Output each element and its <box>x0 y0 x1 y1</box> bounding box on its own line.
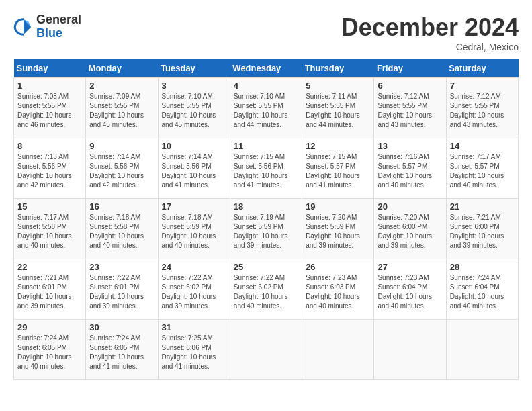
logo-icon <box>13 17 34 37</box>
day-number: 4 <box>234 81 298 91</box>
logo-general: General <box>36 13 81 27</box>
day-number: 10 <box>162 141 226 151</box>
day-info: Sunrise: 7:15 AMSunset: 5:57 PMDaylight:… <box>306 152 370 190</box>
header-thursday: Thursday <box>302 59 374 78</box>
day-number: 30 <box>89 322 154 332</box>
title-area: December 2024 Cedral, Mexico <box>341 13 519 52</box>
calendar-day: 30Sunrise: 7:24 AMSunset: 6:05 PMDayligh… <box>86 320 158 380</box>
calendar-day: 5Sunrise: 7:11 AMSunset: 5:55 PMDaylight… <box>302 78 374 138</box>
day-number: 29 <box>17 322 82 332</box>
day-number: 23 <box>89 262 154 272</box>
day-number: 28 <box>450 262 515 272</box>
day-number: 19 <box>306 201 370 212</box>
day-info: Sunrise: 7:11 AMSunset: 5:55 PMDaylight:… <box>306 92 370 130</box>
day-number: 24 <box>162 262 226 272</box>
calendar-row: 8Sunrise: 7:13 AMSunset: 5:56 PMDaylight… <box>14 138 519 199</box>
day-number: 13 <box>378 141 442 151</box>
day-info: Sunrise: 7:23 AMSunset: 6:04 PMDaylight:… <box>378 273 442 311</box>
day-number: 12 <box>306 141 370 151</box>
logo: General Blue <box>13 13 81 40</box>
day-info: Sunrise: 7:15 AMSunset: 5:56 PMDaylight:… <box>234 152 298 190</box>
calendar-day: 23Sunrise: 7:22 AMSunset: 6:01 PMDayligh… <box>86 259 158 320</box>
calendar-day <box>374 320 446 380</box>
calendar-day: 11Sunrise: 7:15 AMSunset: 5:56 PMDayligh… <box>230 138 302 199</box>
day-info: Sunrise: 7:14 AMSunset: 5:56 PMDaylight:… <box>89 152 154 190</box>
calendar-day: 26Sunrise: 7:23 AMSunset: 6:03 PMDayligh… <box>302 259 374 320</box>
page-header: General Blue December 2024 Cedral, Mexic… <box>13 13 519 52</box>
calendar-day: 18Sunrise: 7:19 AMSunset: 5:59 PMDayligh… <box>230 199 302 259</box>
calendar-day: 25Sunrise: 7:22 AMSunset: 6:02 PMDayligh… <box>230 259 302 320</box>
calendar-day: 21Sunrise: 7:21 AMSunset: 6:00 PMDayligh… <box>446 199 518 259</box>
calendar-day: 29Sunrise: 7:24 AMSunset: 6:05 PMDayligh… <box>14 320 86 380</box>
day-number: 27 <box>378 262 442 272</box>
calendar-day: 7Sunrise: 7:12 AMSunset: 5:55 PMDaylight… <box>446 78 518 138</box>
day-info: Sunrise: 7:23 AMSunset: 6:03 PMDaylight:… <box>306 273 370 311</box>
calendar-day: 27Sunrise: 7:23 AMSunset: 6:04 PMDayligh… <box>374 259 446 320</box>
calendar-table: Sunday Monday Tuesday Wednesday Thursday… <box>13 59 519 380</box>
calendar-day: 2Sunrise: 7:09 AMSunset: 5:55 PMDaylight… <box>86 78 158 138</box>
calendar-row: 15Sunrise: 7:17 AMSunset: 5:58 PMDayligh… <box>14 199 519 259</box>
logo-blue: Blue <box>36 27 81 40</box>
day-info: Sunrise: 7:25 AMSunset: 6:06 PMDaylight:… <box>162 334 226 371</box>
header-wednesday: Wednesday <box>230 59 302 78</box>
day-number: 1 <box>17 81 82 91</box>
month-title: December 2024 <box>341 13 519 42</box>
day-info: Sunrise: 7:24 AMSunset: 6:05 PMDaylight:… <box>89 334 154 371</box>
calendar-day: 16Sunrise: 7:18 AMSunset: 5:58 PMDayligh… <box>86 199 158 259</box>
day-number: 6 <box>378 81 442 91</box>
day-number: 18 <box>234 201 298 212</box>
calendar-day: 1Sunrise: 7:08 AMSunset: 5:55 PMDaylight… <box>14 78 86 138</box>
day-info: Sunrise: 7:17 AMSunset: 5:58 PMDaylight:… <box>17 213 82 250</box>
calendar-day <box>446 320 518 380</box>
calendar-day: 14Sunrise: 7:17 AMSunset: 5:57 PMDayligh… <box>446 138 518 199</box>
calendar-day: 22Sunrise: 7:21 AMSunset: 6:01 PMDayligh… <box>14 259 86 320</box>
day-info: Sunrise: 7:10 AMSunset: 5:55 PMDaylight:… <box>162 92 226 130</box>
header-sunday: Sunday <box>14 59 86 78</box>
header-monday: Monday <box>86 59 158 78</box>
day-info: Sunrise: 7:19 AMSunset: 5:59 PMDaylight:… <box>234 213 298 250</box>
day-number: 25 <box>234 262 298 272</box>
day-number: 15 <box>17 201 82 212</box>
day-info: Sunrise: 7:12 AMSunset: 5:55 PMDaylight:… <box>378 92 442 130</box>
calendar-day: 17Sunrise: 7:18 AMSunset: 5:59 PMDayligh… <box>158 199 230 259</box>
day-info: Sunrise: 7:14 AMSunset: 5:56 PMDaylight:… <box>162 152 226 190</box>
day-info: Sunrise: 7:22 AMSunset: 6:01 PMDaylight:… <box>89 273 154 311</box>
calendar-row: 22Sunrise: 7:21 AMSunset: 6:01 PMDayligh… <box>14 259 519 320</box>
calendar-day: 8Sunrise: 7:13 AMSunset: 5:56 PMDaylight… <box>14 138 86 199</box>
day-number: 5 <box>306 81 370 91</box>
calendar-day: 3Sunrise: 7:10 AMSunset: 5:55 PMDaylight… <box>158 78 230 138</box>
header-tuesday: Tuesday <box>158 59 230 78</box>
day-info: Sunrise: 7:09 AMSunset: 5:55 PMDaylight:… <box>89 92 154 130</box>
day-number: 8 <box>17 141 82 151</box>
day-info: Sunrise: 7:18 AMSunset: 5:58 PMDaylight:… <box>89 213 154 250</box>
day-number: 20 <box>378 201 442 212</box>
day-info: Sunrise: 7:10 AMSunset: 5:55 PMDaylight:… <box>234 92 298 130</box>
day-info: Sunrise: 7:22 AMSunset: 6:02 PMDaylight:… <box>162 273 226 311</box>
calendar-day: 28Sunrise: 7:24 AMSunset: 6:04 PMDayligh… <box>446 259 518 320</box>
location: Cedral, Mexico <box>341 42 519 52</box>
day-number: 9 <box>89 141 154 151</box>
day-info: Sunrise: 7:21 AMSunset: 6:01 PMDaylight:… <box>17 273 82 311</box>
day-info: Sunrise: 7:24 AMSunset: 6:04 PMDaylight:… <box>450 273 515 311</box>
day-info: Sunrise: 7:20 AMSunset: 5:59 PMDaylight:… <box>306 213 370 250</box>
header-friday: Friday <box>374 59 446 78</box>
day-number: 2 <box>89 81 154 91</box>
day-number: 26 <box>306 262 370 272</box>
day-number: 14 <box>450 141 515 151</box>
day-info: Sunrise: 7:13 AMSunset: 5:56 PMDaylight:… <box>17 152 82 190</box>
calendar-day: 15Sunrise: 7:17 AMSunset: 5:58 PMDayligh… <box>14 199 86 259</box>
day-info: Sunrise: 7:08 AMSunset: 5:55 PMDaylight:… <box>17 92 82 130</box>
day-number: 22 <box>17 262 82 272</box>
day-info: Sunrise: 7:12 AMSunset: 5:55 PMDaylight:… <box>450 92 515 130</box>
calendar-day: 12Sunrise: 7:15 AMSunset: 5:57 PMDayligh… <box>302 138 374 199</box>
day-number: 11 <box>234 141 298 151</box>
day-info: Sunrise: 7:18 AMSunset: 5:59 PMDaylight:… <box>162 213 226 250</box>
day-number: 31 <box>162 322 226 332</box>
calendar-row: 29Sunrise: 7:24 AMSunset: 6:05 PMDayligh… <box>14 320 519 380</box>
calendar-day: 6Sunrise: 7:12 AMSunset: 5:55 PMDaylight… <box>374 78 446 138</box>
day-number: 17 <box>162 201 226 212</box>
day-info: Sunrise: 7:20 AMSunset: 6:00 PMDaylight:… <box>378 213 442 250</box>
calendar-day: 10Sunrise: 7:14 AMSunset: 5:56 PMDayligh… <box>158 138 230 199</box>
day-number: 3 <box>162 81 226 91</box>
header-saturday: Saturday <box>446 59 518 78</box>
